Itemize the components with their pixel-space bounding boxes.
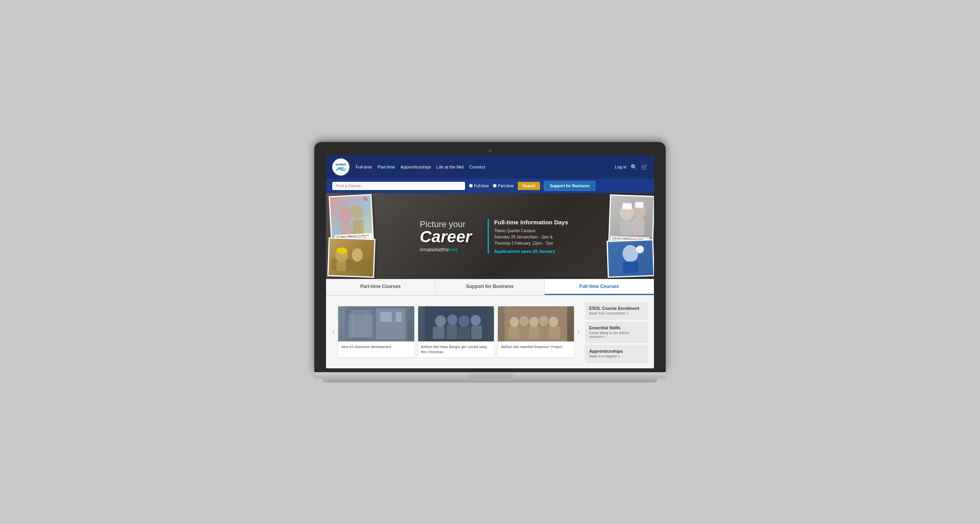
svg-rect-38 [433, 327, 444, 339]
apprenticeships-sub: Make it in happen > [589, 354, 644, 358]
hero-info-panel: Full-time Information Days Titanic Quart… [488, 218, 568, 253]
svg-point-4 [350, 204, 363, 220]
svg-point-45 [520, 316, 529, 326]
essential-skills-title: Essential Skills [589, 325, 644, 330]
svg-point-48 [549, 317, 558, 327]
nav-parttime[interactable]: Part-time [378, 165, 395, 169]
svg-point-37 [470, 315, 481, 326]
svg-rect-17 [633, 217, 645, 235]
esol-sub: Book Your Assessment > [589, 311, 644, 315]
radio-group: Full-time Part-time [469, 184, 514, 188]
hero-info-text: Titanic Quarter Campus Saturday 28 Janua… [494, 227, 568, 246]
tab-parttime-courses[interactable]: Part-time Courses [326, 279, 435, 295]
screen-bezel: belfast met Full-time Part-time Apprenti… [314, 142, 666, 372]
svg-point-3 [338, 206, 353, 224]
hero-left-photos: 82 likes: Making it in the IT Sector! #m… [326, 193, 404, 279]
svg-rect-49 [509, 327, 520, 339]
svg-rect-9 [337, 261, 346, 271]
svg-point-36 [458, 315, 469, 327]
essential-skills-sub: Come along to our advice sessions > [589, 331, 644, 339]
laptop-frame: belfast met Full-time Part-time Apprenti… [314, 142, 666, 382]
search-bar [332, 182, 465, 190]
nav-right: Log in 🔍 🛒 [615, 164, 648, 170]
esol-title: ESOL Course Enrolment [589, 306, 644, 311]
support-for-business-button[interactable]: Support for Business [544, 181, 595, 191]
news-card-2: Belfast Met helps Bangor get carried awa… [418, 306, 494, 357]
laptop-base [314, 372, 666, 378]
tab-support-business[interactable]: Support for Business [435, 279, 545, 295]
search-button[interactable]: Search [518, 182, 540, 190]
svg-rect-39 [446, 325, 457, 339]
carousel-prev-arrow[interactable]: ‹ [332, 327, 335, 336]
photo-card-chefs: ❤ ○ ✓ 106 likes: Making it as a Chef: #m… [608, 194, 654, 245]
hero-info-title: Full-time Information Days [494, 218, 568, 225]
nav-apprenticeships[interactable]: Apprenticeships [401, 165, 431, 169]
svg-rect-50 [520, 326, 531, 339]
svg-point-44 [510, 317, 519, 327]
svg-rect-24 [351, 310, 370, 314]
tabs-bar: Part-time Courses Support for Business F… [326, 279, 654, 296]
news-card-2-text: Belfast Met helps Bangor get carried awa… [418, 341, 494, 357]
carousel-next-arrow[interactable]: › [577, 327, 580, 336]
svg-point-35 [447, 314, 457, 325]
news-card-3-text: Belfast Met Awarded Erasmus+ Project [498, 341, 574, 353]
parttime-radio-label[interactable]: Part-time [493, 184, 514, 188]
search-icon[interactable]: 🔍 [631, 164, 637, 170]
news-cards: New e3 classroom development [338, 306, 574, 357]
svg-rect-14 [622, 203, 632, 210]
nav-fulltime[interactable]: Full-time [356, 165, 372, 169]
svg-rect-53 [549, 327, 560, 339]
parttime-radio[interactable] [493, 184, 497, 188]
svg-point-10 [352, 248, 363, 262]
svg-rect-15 [635, 202, 644, 208]
top-nav: belfast met Full-time Part-time Apprenti… [326, 155, 654, 179]
news-card-1-text: New e3 classroom development [338, 341, 414, 353]
svg-point-34 [435, 315, 446, 327]
applications-open-text: Applications open 28 January [494, 249, 568, 253]
logo-area[interactable]: belfast met [332, 158, 349, 176]
svg-rect-16 [620, 219, 633, 235]
browser-window: belfast met Full-time Part-time Apprenti… [326, 155, 654, 368]
bookmark-icon: 🔖 [363, 196, 369, 202]
svg-rect-32 [396, 312, 401, 322]
sidebar-apprenticeships[interactable]: Apprenticeships Make it in happen > [585, 345, 648, 362]
svg-point-47 [539, 316, 549, 326]
svg-rect-31 [380, 312, 392, 322]
hero-banner: 82 likes: Making it in the IT Sector! #m… [326, 193, 654, 279]
news-card-1: New e3 classroom development [338, 306, 414, 357]
svg-point-46 [529, 317, 539, 327]
search-input[interactable] [332, 182, 465, 190]
nav-links: Full-time Part-time Apprenticeships Life… [356, 165, 609, 169]
cart-icon[interactable]: 🛒 [641, 164, 648, 170]
svg-text:belfast: belfast [336, 163, 346, 166]
logo-circle: belfast met [332, 158, 349, 176]
sidebar-essential-skills[interactable]: Essential Skills Come along to our advic… [585, 322, 648, 343]
camera [488, 149, 492, 152]
svg-rect-40 [458, 327, 470, 339]
tab-fulltime-courses[interactable]: Full-time Courses [545, 279, 654, 295]
nav-lifeatmet[interactable]: Life at the Met [437, 165, 464, 169]
content-area: ‹ [326, 296, 654, 368]
photo-card-sports [606, 239, 654, 277]
svg-rect-51 [529, 327, 540, 339]
laptop-hinge [467, 373, 513, 378]
nav-connect[interactable]: Connect [469, 165, 485, 169]
news-carousel: ‹ [332, 302, 580, 362]
sidebar-links: ESOL Course Enrolment Book Your Assessme… [585, 302, 648, 362]
svg-rect-52 [539, 326, 550, 339]
photo-card-construction [327, 237, 375, 277]
svg-rect-20 [623, 261, 639, 273]
news-card-3: Belfast Met Awarded Erasmus+ Project [498, 306, 574, 357]
apprenticeships-title: Apprenticeships [589, 349, 644, 353]
hero-right-photos: ❤ ○ ✓ 106 likes: Making it as a Chef: #m… [576, 193, 654, 279]
fulltime-radio[interactable] [469, 184, 473, 188]
laptop-bottom [322, 378, 658, 382]
login-link[interactable]: Log in [615, 165, 627, 169]
fulltime-radio-label[interactable]: Full-time [469, 184, 489, 188]
sub-nav: Full-time Part-time Search Support for B… [326, 179, 654, 193]
sidebar-esol[interactable]: ESOL Course Enrolment Book Your Assessme… [585, 302, 648, 319]
svg-rect-41 [471, 326, 482, 339]
